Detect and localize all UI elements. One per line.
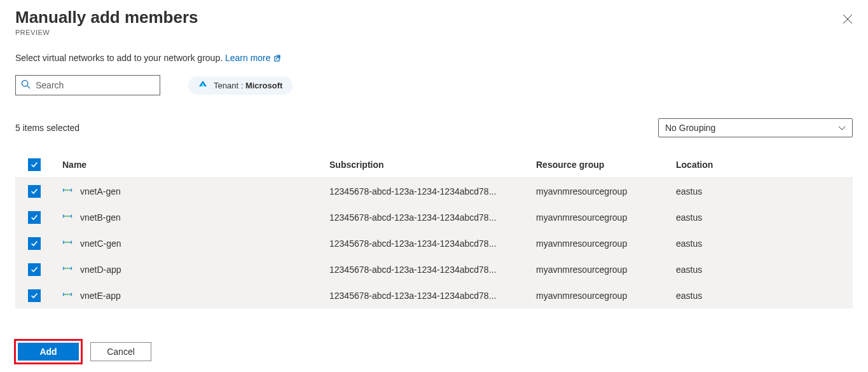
table-header: Name Subscription Resource group Locatio… bbox=[15, 151, 853, 178]
items-selected-text: 5 items selected bbox=[15, 123, 79, 133]
description-text: Select virtual networks to add to your n… bbox=[15, 53, 853, 64]
tenant-icon bbox=[198, 80, 207, 91]
row-name: vnetB-gen bbox=[80, 212, 121, 223]
description-label: Select virtual networks to add to your n… bbox=[15, 53, 223, 63]
row-name: vnetD-app bbox=[80, 265, 121, 275]
row-subscription: 12345678-abcd-123a-1234-1234abcd78... bbox=[329, 212, 536, 223]
table-row[interactable]: vnetD-app 12345678-abcd-123a-1234-1234ab… bbox=[15, 256, 853, 282]
row-location: eastus bbox=[676, 291, 853, 301]
row-subscription: 12345678-abcd-123a-1234-1234abcd78... bbox=[329, 186, 536, 196]
vnet-icon bbox=[62, 185, 72, 198]
table-row[interactable]: vnetA-gen 12345678-abcd-123a-1234-1234ab… bbox=[15, 178, 853, 204]
row-checkbox[interactable] bbox=[28, 289, 41, 302]
row-location: eastus bbox=[676, 238, 853, 249]
chevron-down-icon bbox=[838, 123, 846, 133]
row-subscription: 12345678-abcd-123a-1234-1234abcd78... bbox=[329, 265, 536, 275]
column-header-location[interactable]: Location bbox=[676, 160, 853, 170]
svg-point-12 bbox=[69, 215, 71, 217]
row-resource-group: myavnmresourcegroup bbox=[536, 291, 676, 301]
svg-point-21 bbox=[69, 293, 71, 295]
svg-point-18 bbox=[69, 267, 71, 269]
close-button[interactable] bbox=[843, 14, 853, 24]
preview-badge: PREVIEW bbox=[15, 29, 198, 36]
grouping-value: No Grouping bbox=[665, 123, 715, 133]
vnet-icon bbox=[62, 263, 72, 276]
page-title: Manually add members bbox=[15, 8, 198, 27]
search-icon bbox=[21, 79, 31, 92]
svg-point-17 bbox=[67, 267, 69, 269]
tenant-pill[interactable]: Tenant : Microsoft bbox=[188, 76, 293, 95]
vnet-icon bbox=[62, 289, 72, 302]
learn-more-link[interactable]: Learn more bbox=[225, 53, 282, 63]
svg-line-4 bbox=[27, 85, 30, 88]
svg-point-7 bbox=[65, 189, 67, 191]
row-location: eastus bbox=[676, 265, 853, 275]
svg-point-10 bbox=[65, 215, 67, 217]
svg-point-8 bbox=[67, 189, 69, 191]
row-location: eastus bbox=[676, 186, 853, 196]
column-header-name[interactable]: Name bbox=[62, 160, 329, 170]
vnet-table: Name Subscription Resource group Locatio… bbox=[15, 151, 853, 308]
add-button-highlight: Add bbox=[14, 339, 83, 364]
svg-point-15 bbox=[69, 241, 71, 243]
row-name: vnetA-gen bbox=[80, 186, 121, 196]
row-subscription: 12345678-abcd-123a-1234-1234abcd78... bbox=[329, 238, 536, 249]
vnet-icon bbox=[62, 237, 72, 250]
row-resource-group: myavnmresourcegroup bbox=[536, 238, 676, 249]
select-all-checkbox[interactable] bbox=[28, 158, 41, 171]
cancel-button[interactable]: Cancel bbox=[90, 342, 151, 361]
column-header-resource-group[interactable]: Resource group bbox=[536, 160, 676, 170]
svg-point-13 bbox=[65, 241, 67, 243]
add-button[interactable]: Add bbox=[18, 343, 79, 361]
svg-point-16 bbox=[65, 267, 67, 269]
row-checkbox[interactable] bbox=[28, 185, 41, 198]
vnet-icon bbox=[62, 211, 72, 224]
row-name: vnetC-gen bbox=[80, 238, 121, 249]
learn-more-label: Learn more bbox=[225, 53, 271, 63]
search-box[interactable] bbox=[15, 75, 160, 95]
svg-point-19 bbox=[65, 293, 67, 295]
column-header-subscription[interactable]: Subscription bbox=[329, 160, 536, 170]
grouping-dropdown[interactable]: No Grouping bbox=[658, 118, 853, 137]
row-resource-group: myavnmresourcegroup bbox=[536, 265, 676, 275]
row-checkbox[interactable] bbox=[28, 237, 41, 250]
table-row[interactable]: vnetC-gen 12345678-abcd-123a-1234-1234ab… bbox=[15, 230, 853, 256]
row-name: vnetE-app bbox=[80, 291, 121, 301]
tenant-label: Tenant : Microsoft bbox=[214, 81, 282, 90]
row-subscription: 12345678-abcd-123a-1234-1234abcd78... bbox=[329, 291, 536, 301]
close-icon bbox=[843, 14, 853, 24]
svg-point-9 bbox=[69, 189, 71, 191]
table-row[interactable]: vnetB-gen 12345678-abcd-123a-1234-1234ab… bbox=[15, 204, 853, 230]
svg-point-20 bbox=[67, 293, 69, 295]
row-location: eastus bbox=[676, 212, 853, 223]
table-row[interactable]: vnetE-app 12345678-abcd-123a-1234-1234ab… bbox=[15, 282, 853, 308]
external-link-icon bbox=[274, 53, 282, 64]
svg-rect-2 bbox=[275, 57, 279, 61]
row-checkbox[interactable] bbox=[28, 263, 41, 276]
svg-point-11 bbox=[67, 215, 69, 217]
row-resource-group: myavnmresourcegroup bbox=[536, 212, 676, 223]
row-checkbox[interactable] bbox=[28, 211, 41, 224]
search-input[interactable] bbox=[36, 80, 155, 90]
svg-point-14 bbox=[67, 241, 69, 243]
row-resource-group: myavnmresourcegroup bbox=[536, 186, 676, 196]
svg-point-3 bbox=[22, 80, 27, 86]
